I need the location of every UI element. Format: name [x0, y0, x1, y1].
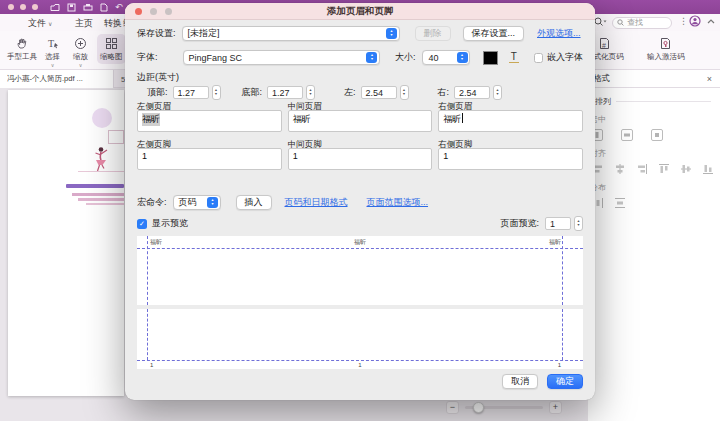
text-caret: [462, 113, 463, 123]
left-footer-field[interactable]: 1: [137, 148, 282, 170]
preview-header-right: 福昕: [549, 239, 561, 245]
right-margin-guide: [562, 309, 563, 360]
save-settings-label: 保存设置:: [137, 27, 176, 40]
font-select[interactable]: PingFang SC ▲▼: [183, 50, 380, 65]
page-number-date-format-link[interactable]: 页码和日期格式: [285, 196, 348, 209]
left-margin-guide: [147, 309, 148, 360]
activation-code-button[interactable]: 输入激活码: [644, 34, 688, 64]
save-settings-select[interactable]: [未指定] ▲▼: [182, 26, 400, 41]
footer-margin-guide: [137, 360, 583, 361]
margin-top-field[interactable]: 1.27: [173, 86, 209, 99]
left-header-field[interactable]: 福昕: [137, 110, 282, 132]
preview-footer-center: 1: [358, 362, 361, 368]
dialog-close-button[interactable]: [135, 8, 142, 15]
margin-bottom-field[interactable]: 1.27: [267, 86, 303, 99]
footer-preview-area[interactable]: 1 1 1: [137, 309, 583, 369]
center-header-field[interactable]: 福昕: [288, 110, 433, 132]
page-preview-stepper[interactable]: ▲▼: [574, 216, 583, 231]
window-zoom-button[interactable]: [32, 4, 38, 10]
insert-button[interactable]: 插入: [236, 195, 272, 210]
save-settings-button[interactable]: 保存设置...: [463, 26, 525, 41]
right-margin-guide: [562, 236, 563, 305]
hand-tool-button[interactable]: 手型工具: [4, 34, 40, 64]
header-preview-area[interactable]: 福昕 福昕 福昕: [137, 236, 583, 305]
window-minimize-button[interactable]: [20, 4, 26, 10]
margin-left-stepper[interactable]: ▲▼: [400, 85, 409, 100]
delete-button[interactable]: 删除: [415, 26, 451, 41]
align-top-icon[interactable]: [658, 163, 670, 175]
page-range-options-link[interactable]: 页面范围选项...: [367, 196, 429, 209]
underline-button[interactable]: T: [509, 52, 519, 63]
macro-select[interactable]: 页码 ▲▼: [173, 195, 221, 210]
show-preview-checkbox[interactable]: ✓: [137, 219, 147, 229]
dialog-zoom-button[interactable]: [165, 8, 172, 15]
account-avatar[interactable]: [689, 15, 701, 29]
size-select[interactable]: 40 ▲▼: [422, 50, 470, 65]
zoom-slider-track[interactable]: [465, 406, 543, 409]
margin-bottom-label: 底部:: [242, 86, 263, 99]
appearance-options-link[interactable]: 外观选项...: [537, 27, 581, 40]
window-close-button[interactable]: [8, 4, 14, 10]
center-footer-field[interactable]: 1: [288, 148, 433, 170]
close-icon[interactable]: ×: [707, 74, 712, 84]
decorative-text-line: [72, 193, 124, 196]
zoom-in-button[interactable]: +: [549, 401, 562, 414]
document-icon[interactable]: [100, 3, 108, 12]
search-input[interactable]: 查找: [612, 17, 672, 29]
cancel-button[interactable]: 取消: [502, 374, 538, 389]
hand-icon: [16, 36, 29, 50]
center-vertical-icon[interactable]: [621, 129, 633, 141]
margin-left-field[interactable]: 2.54: [361, 86, 397, 99]
embed-font-checkbox[interactable]: [534, 53, 543, 63]
align-bottom-icon[interactable]: [702, 163, 714, 175]
document-page[interactable]: [8, 90, 124, 396]
chevron-updown-icon: ▲▼: [457, 52, 468, 63]
zoom-slider-handle[interactable]: [473, 402, 484, 413]
align-center-h-icon[interactable]: [614, 163, 626, 175]
dialog-minimize-button[interactable]: [150, 8, 157, 15]
margin-right-stepper[interactable]: ▲▼: [493, 85, 502, 100]
margin-bottom-stepper[interactable]: ▲▼: [306, 85, 315, 100]
chevron-down-icon: ∨: [48, 21, 52, 27]
margin-right-field[interactable]: 2.54: [454, 86, 490, 99]
right-footer-field[interactable]: 1: [438, 148, 583, 170]
align-right-icon[interactable]: [636, 163, 648, 175]
open-file-icon[interactable]: [50, 3, 60, 12]
chevron-updown-icon: ▲▼: [207, 197, 218, 208]
search-icon: [617, 19, 624, 26]
font-color-swatch[interactable]: [483, 51, 498, 65]
align-middle-v-icon[interactable]: [680, 163, 692, 175]
undo-icon[interactable]: ↶: [115, 3, 123, 12]
page-preview-field[interactable]: 1: [545, 217, 571, 230]
save-icon[interactable]: [67, 3, 76, 12]
distribute-vertical-icon[interactable]: [614, 197, 626, 209]
page-zoom-icon[interactable]: [593, 16, 607, 29]
size-label: 大小:: [395, 51, 416, 64]
margin-top-stepper[interactable]: ▲▼: [212, 85, 221, 100]
print-icon[interactable]: [83, 3, 93, 12]
distribute-group-label: 分布: [590, 182, 720, 193]
page-preview-label: 页面预览:: [500, 217, 539, 230]
tab-home[interactable]: 主页: [75, 17, 93, 30]
ok-button[interactable]: 确定: [547, 374, 583, 389]
right-header-field[interactable]: 福昕: [438, 110, 583, 132]
embed-font-label: 嵌入字体: [547, 51, 583, 64]
chevron-updown-icon: ▲▼: [366, 52, 377, 63]
dancer-illustration: [88, 146, 114, 172]
preview-header-center: 福昕: [354, 239, 366, 245]
doc-tab-active[interactable]: 冯小惠-个人简历.pdf ...: [0, 70, 114, 88]
tab-convert[interactable]: 转换: [104, 17, 122, 30]
select-tool-button[interactable]: T 选择 ∨: [42, 34, 63, 69]
more-options-icon[interactable]: ⋮: [679, 16, 688, 26]
dialog-titlebar: 添加页眉和页脚: [125, 3, 595, 20]
svg-text:T: T: [48, 38, 54, 49]
collapse-ribbon-icon[interactable]: [707, 17, 715, 27]
tab-format[interactable]: 格式: [593, 73, 610, 85]
zoom-tool-button[interactable]: 缩放 ∨: [70, 34, 91, 69]
zoom-out-button[interactable]: −: [446, 401, 459, 414]
grid-icon: [105, 36, 118, 50]
thumbnail-tool-button[interactable]: 缩略图: [97, 34, 126, 64]
margin-top-label: 顶部:: [147, 86, 168, 99]
tab-file[interactable]: 文件∨: [28, 17, 52, 30]
center-both-icon[interactable]: [651, 129, 663, 141]
